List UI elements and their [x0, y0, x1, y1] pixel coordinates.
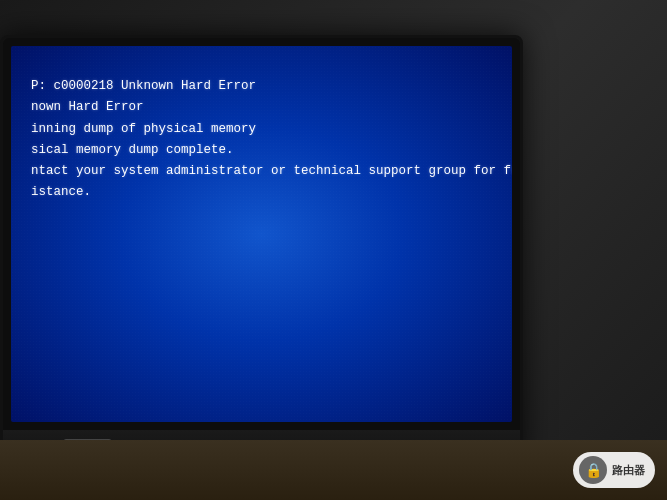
watermark-icon: 🔒 [579, 456, 607, 484]
watermark: 🔒 路由器 [573, 452, 655, 488]
lock-icon: 🔒 [585, 462, 602, 478]
error-line-4: sical memory dump complete. [31, 140, 492, 161]
monitor: P: c0000218 Unknown Hard Error nown Hard… [0, 35, 523, 465]
monitor-bezel: P: c0000218 Unknown Hard Error nown Hard… [3, 38, 520, 430]
error-line-1: P: c0000218 Unknown Hard Error [31, 76, 492, 97]
error-line-6: istance. [31, 182, 492, 203]
screen: P: c0000218 Unknown Hard Error nown Hard… [11, 46, 512, 422]
bsod-content: P: c0000218 Unknown Hard Error nown Hard… [31, 76, 492, 204]
error-line-5: ntact your system administrator or techn… [31, 161, 492, 182]
error-line-2: nown Hard Error [31, 97, 492, 118]
desk-surface [0, 440, 667, 500]
error-line-3: inning dump of physical memory [31, 119, 492, 140]
watermark-text: 路由器 [612, 463, 645, 478]
